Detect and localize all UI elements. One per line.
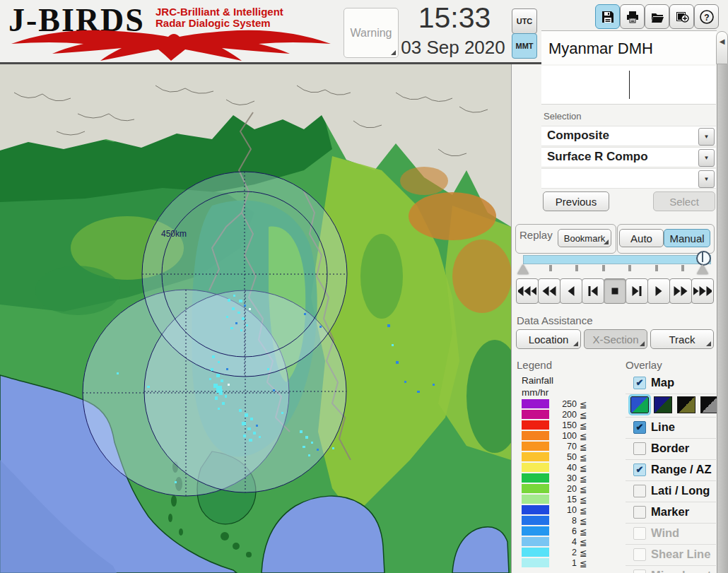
open-folder-button[interactable] (645, 4, 669, 29)
slider-tick (602, 265, 605, 271)
warning-label: Warning (351, 27, 392, 40)
checkbox[interactable] (633, 569, 646, 573)
legend-value: 200 (551, 410, 577, 420)
overlay-item-microburst[interactable]: Microburst (626, 566, 716, 573)
overlay-item-shear-line[interactable]: Shear Line (626, 545, 716, 566)
slider-end-marker[interactable] (697, 264, 708, 274)
select-button[interactable]: Select (653, 191, 715, 211)
slider-start-marker[interactable] (517, 264, 529, 274)
replay-slider-thumb[interactable] (696, 251, 711, 266)
overlay-item-line[interactable]: ✔Line (626, 418, 716, 439)
timezone-mmt-button[interactable]: MMT (512, 33, 537, 59)
forward-fast-button[interactable] (691, 278, 714, 304)
location-button[interactable]: Location (516, 329, 581, 349)
help-button[interactable]: ? (694, 4, 719, 29)
product-dropdown-1[interactable]: Composite ▼ (541, 126, 716, 146)
product-dropdown-3[interactable]: ▼ (541, 168, 716, 189)
rewind-button[interactable] (538, 278, 560, 304)
stop-button[interactable] (604, 278, 626, 304)
forward-fast-icon (693, 286, 712, 296)
overlay-item-lati-long[interactable]: Lati / Long (626, 481, 716, 502)
print-button[interactable] (620, 4, 645, 29)
legend-row: 15≦ (522, 495, 606, 505)
slider-tick (655, 265, 658, 271)
overlay-item-marker[interactable]: Marker (626, 502, 716, 524)
legend-row: 8≦ (522, 516, 606, 526)
legend-color-swatch (522, 410, 549, 419)
overlay-label: Shear Line (651, 548, 710, 561)
reverse-play-button[interactable] (560, 278, 582, 304)
auto-mode-button[interactable]: Auto (619, 229, 664, 247)
checkbox[interactable] (633, 506, 646, 519)
chevron-down-icon[interactable]: ▼ (698, 149, 715, 167)
replay-slider-track[interactable] (523, 255, 711, 264)
x-section-button[interactable]: X-Section (584, 329, 647, 349)
track-label: Track (669, 333, 695, 345)
legend-row: 30≦ (522, 473, 606, 484)
track-button[interactable]: Track (650, 329, 714, 349)
panel-toolbar: ? (541, 0, 717, 31)
collapse-arrow-icon: ◀ (720, 37, 725, 45)
panel-collapse-handle[interactable]: ◀ (716, 31, 728, 64)
checkbox[interactable]: ✔ (633, 421, 646, 434)
bookmark-button[interactable]: Bookmark (558, 229, 611, 247)
product-dropdown-2[interactable]: Surface R Compo ▼ (541, 147, 716, 167)
rewind-fast-button[interactable] (516, 278, 539, 304)
overlay-item-wind[interactable]: Wind (626, 524, 716, 545)
style-navy-darkgreen-swatch[interactable] (654, 396, 672, 413)
checkbox[interactable] (633, 485, 646, 497)
header: J-BIRDS JRC-Brilliant & Intelligent Rada… (0, 0, 541, 64)
checkbox[interactable]: ✔ (633, 377, 646, 389)
overlay-item-range-az[interactable]: ✔Range / AZ (626, 460, 716, 481)
org-strip: Myanmar DMH (541, 31, 717, 64)
step-backward-button[interactable] (582, 278, 604, 304)
legend-value: 10 (551, 505, 577, 515)
capture-add-button[interactable] (669, 4, 694, 29)
less-equal-symbol: ≦ (580, 548, 587, 558)
less-equal-symbol: ≦ (580, 537, 587, 548)
legend-row: 200≦ (522, 410, 606, 420)
legend-row: 6≦ (522, 526, 606, 537)
auto-label: Auto (630, 232, 652, 244)
checkbox[interactable] (633, 548, 646, 561)
svg-text:?: ? (704, 12, 709, 22)
checkbox[interactable] (633, 442, 646, 455)
checkbox[interactable]: ✔ (633, 463, 646, 476)
manual-mode-button[interactable]: Manual (664, 229, 710, 247)
legend-color-swatch (522, 505, 549, 514)
style-black-olive-swatch[interactable] (677, 396, 695, 413)
legend-value: 8 (551, 516, 577, 526)
timezone-utc-button[interactable]: UTC (512, 8, 537, 34)
legend-value: 1 (551, 558, 577, 568)
previous-button[interactable]: Previous (543, 191, 609, 211)
play-button[interactable] (647, 278, 670, 304)
legend-value: 15 (551, 495, 577, 504)
legend-color-swatch (522, 442, 549, 451)
legend-color-swatch (522, 526, 549, 536)
forward-button[interactable] (669, 278, 692, 304)
checkbox[interactable] (633, 527, 646, 540)
style-blue-green-swatch[interactable] (630, 396, 649, 413)
overlay-options: ✔Map✔LineBorder✔Range / AZLati / LongMar… (626, 373, 716, 573)
chevron-down-icon[interactable]: ▼ (698, 128, 715, 146)
legend-title-line1: Rainfall (522, 375, 553, 386)
overlay-item-border[interactable]: Border (626, 439, 716, 460)
overlay-label: Range / AZ (651, 463, 712, 476)
legend-color-swatch (522, 495, 549, 504)
terrain-map-image: 450km (0, 64, 511, 573)
legend-title-line2: mm/hr (522, 387, 548, 398)
rewind-fast-icon (518, 286, 536, 296)
save-button[interactable] (595, 4, 620, 29)
overlay-item-map[interactable]: ✔Map (626, 373, 716, 394)
legend-color-swatch (522, 399, 549, 408)
chevron-down-icon[interactable]: ▼ (698, 170, 715, 188)
radar-map[interactable]: 450km (0, 64, 511, 573)
step-forward-icon (628, 286, 646, 296)
warning-button[interactable]: Warning (344, 8, 399, 58)
manual-label: Manual (669, 232, 704, 244)
step-forward-button[interactable] (626, 278, 648, 304)
legend-row: 150≦ (522, 420, 606, 431)
panel-scrollbar-track[interactable] (717, 64, 728, 573)
step-backward-icon (584, 286, 602, 296)
eagle-logo-icon (10, 25, 332, 61)
